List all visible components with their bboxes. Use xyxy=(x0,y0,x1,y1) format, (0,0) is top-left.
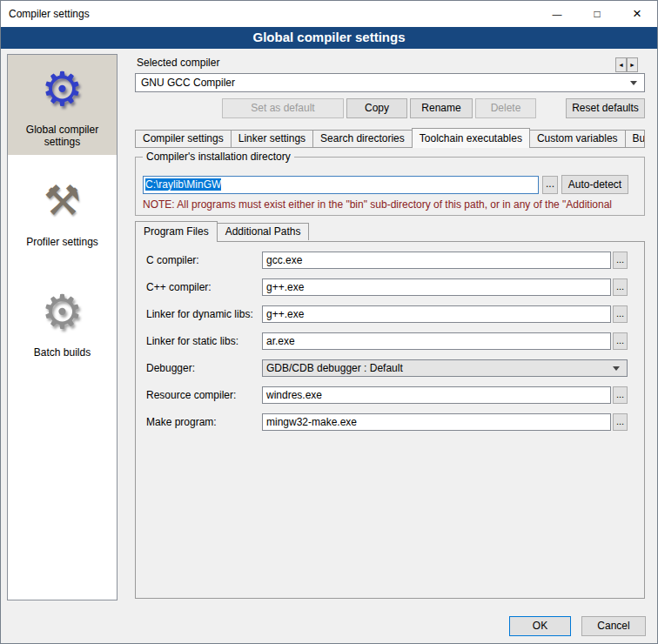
compiler-settings-window: Compiler settings — □ × Global compiler … xyxy=(0,0,658,644)
field-row-c-compiler: C compiler: gcc.exe ... xyxy=(146,252,644,269)
minimize-icon: — xyxy=(553,9,562,19)
browse-dynamic-linker-button[interactable]: ... xyxy=(613,305,628,323)
tab-build-options[interactable]: Build xyxy=(625,130,645,147)
profiler-tool-icon: ⚒ xyxy=(10,172,115,231)
auto-detect-button[interactable]: Auto-detect xyxy=(561,175,628,194)
blue-gear-icon: ⚙ xyxy=(10,60,115,119)
sidebar-item-profiler-settings[interactable]: ⚒ Profiler settings xyxy=(8,167,117,255)
make-program-label: Make program: xyxy=(146,416,262,428)
cpp-compiler-value: g++.exe xyxy=(266,281,304,293)
installation-directory-value: C:\raylib\MinGW xyxy=(145,178,221,191)
delete-button[interactable]: Delete xyxy=(475,98,536,118)
program-tabstrip: Program Files Additional Paths xyxy=(135,221,645,241)
page-title: Global compiler settings xyxy=(1,27,657,49)
rename-button[interactable]: Rename xyxy=(410,98,473,118)
static-linker-value: ar.exe xyxy=(266,335,295,347)
tab-toolchain-executables[interactable]: Toolchain executables xyxy=(412,128,530,148)
browse-static-linker-button[interactable]: ... xyxy=(613,332,628,350)
cpp-compiler-input[interactable]: g++.exe xyxy=(262,278,611,296)
gray-gear-icon: ⚙ xyxy=(10,283,115,342)
sidebar-item-batch-builds[interactable]: ⚙ Batch builds xyxy=(8,278,117,366)
dynamic-linker-value: g++.exe xyxy=(266,308,304,320)
tab-custom-variables[interactable]: Custom variables xyxy=(529,130,626,147)
c-compiler-value: gcc.exe xyxy=(266,254,302,266)
installation-directory-group-title: Compiler's installation directory xyxy=(143,151,294,163)
window-controls: — □ × xyxy=(537,1,657,27)
minimize-button[interactable]: — xyxy=(537,1,577,27)
ok-button[interactable]: OK xyxy=(509,616,571,636)
sidebar-item-label: Global compiler settings xyxy=(10,124,115,148)
static-linker-input[interactable]: ar.exe xyxy=(262,332,611,350)
tab-search-directories[interactable]: Search directories xyxy=(312,130,413,147)
sidebar-item-label: Batch builds xyxy=(10,346,115,359)
debugger-value: GDB/CDB debugger : Default xyxy=(266,362,403,374)
dropdown-arrow-icon xyxy=(613,366,620,371)
field-row-static-linker: Linker for static libs: ar.exe ... xyxy=(146,332,644,350)
titlebar: Compiler settings — □ × xyxy=(1,1,657,27)
sidebar-item-label: Profiler settings xyxy=(10,236,115,248)
window-title: Compiler settings xyxy=(1,8,90,20)
maximize-button[interactable]: □ xyxy=(577,1,617,27)
program-files-panel: C compiler: gcc.exe ... C++ compiler: g+… xyxy=(135,241,645,599)
dropdown-arrow-icon xyxy=(630,81,637,85)
settings-tabstrip: Compiler settings Linker settings Search… xyxy=(135,128,645,148)
copy-button[interactable]: Copy xyxy=(346,98,407,118)
make-program-value: mingw32-make.exe xyxy=(266,416,357,428)
resource-compiler-input[interactable]: windres.exe xyxy=(262,386,611,404)
resource-compiler-label: Resource compiler: xyxy=(146,389,262,401)
compiler-select[interactable]: GNU GCC Compiler xyxy=(135,73,645,92)
main-panel: Selected compiler GNU GCC Compiler Set a… xyxy=(128,54,650,600)
field-row-resource-compiler: Resource compiler: windres.exe ... xyxy=(146,386,644,404)
browse-cpp-compiler-button[interactable]: ... xyxy=(613,278,628,296)
c-compiler-input[interactable]: gcc.exe xyxy=(262,252,611,269)
bin-subdirectory-note: NOTE: All programs must exist either in … xyxy=(143,198,642,211)
field-row-dynamic-linker: Linker for dynamic libs: g++.exe ... xyxy=(146,305,644,323)
browse-c-compiler-button[interactable]: ... xyxy=(613,252,628,269)
make-program-input[interactable]: mingw32-make.exe xyxy=(262,413,611,431)
reset-defaults-button[interactable]: Reset defaults xyxy=(566,98,645,118)
browse-directory-button[interactable]: ... xyxy=(542,176,558,194)
dynamic-linker-label: Linker for dynamic libs: xyxy=(146,308,262,320)
compiler-select-value: GNU GCC Compiler xyxy=(141,77,235,89)
tab-scroll-left-icon[interactable]: ◄ xyxy=(615,57,627,72)
sidebar-item-global-compiler-settings[interactable]: ⚙ Global compiler settings xyxy=(8,55,117,155)
close-icon: × xyxy=(633,5,641,23)
debugger-label: Debugger: xyxy=(146,362,262,374)
field-row-debugger: Debugger: GDB/CDB debugger : Default xyxy=(146,359,644,377)
sidebar: ⚙ Global compiler settings ⚒ Profiler se… xyxy=(7,54,118,600)
resource-compiler-value: windres.exe xyxy=(266,389,322,401)
c-compiler-label: C compiler: xyxy=(146,254,262,266)
tab-compiler-settings[interactable]: Compiler settings xyxy=(135,130,232,147)
selected-compiler-label: Selected compiler xyxy=(137,57,219,69)
tab-scroll-right-icon[interactable]: ► xyxy=(627,57,638,72)
debugger-select[interactable]: GDB/CDB debugger : Default xyxy=(262,359,628,377)
field-row-cpp-compiler: C++ compiler: g++.exe ... xyxy=(146,278,644,296)
close-button[interactable]: × xyxy=(617,1,657,27)
installation-directory-input[interactable]: C:\raylib\MinGW xyxy=(143,176,539,194)
maximize-icon: □ xyxy=(594,8,600,20)
cpp-compiler-label: C++ compiler: xyxy=(146,281,262,293)
browse-resource-compiler-button[interactable]: ... xyxy=(613,386,628,404)
cancel-button[interactable]: Cancel xyxy=(581,616,646,636)
field-row-make-program: Make program: mingw32-make.exe ... xyxy=(146,413,644,431)
dynamic-linker-input[interactable]: g++.exe xyxy=(262,305,611,323)
browse-make-program-button[interactable]: ... xyxy=(613,413,628,431)
set-as-default-button[interactable]: Set as default xyxy=(222,98,344,118)
static-linker-label: Linker for static libs: xyxy=(146,335,262,347)
tab-linker-settings[interactable]: Linker settings xyxy=(231,130,313,147)
tab-additional-paths[interactable]: Additional Paths xyxy=(217,223,310,240)
installation-directory-group: Compiler's installation directory C:\ray… xyxy=(135,157,645,216)
tab-program-files[interactable]: Program Files xyxy=(135,221,218,242)
